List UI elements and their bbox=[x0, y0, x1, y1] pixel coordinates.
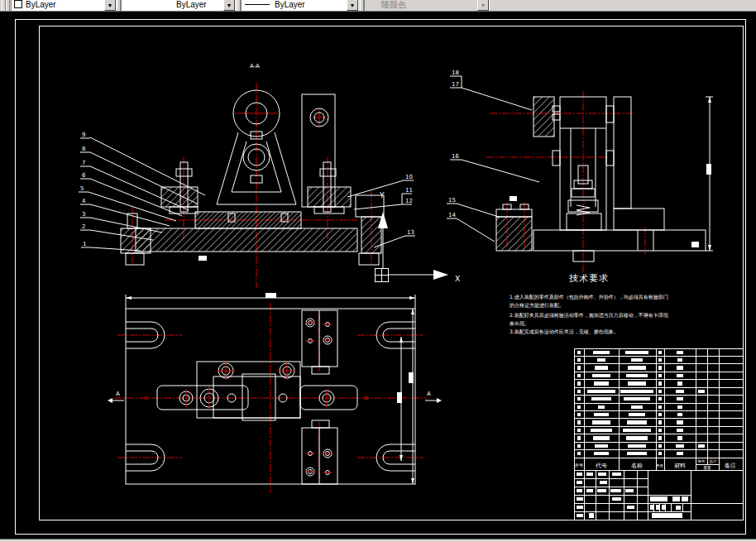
chevron-down-icon[interactable]: ▼ bbox=[223, 0, 235, 11]
section-marker-label: A bbox=[116, 391, 120, 397]
title-block bbox=[574, 470, 743, 520]
linetype-control-dropdown[interactable]: ByLayer ▼ bbox=[121, 0, 236, 12]
tech-requirements-title: 技术要求 bbox=[569, 273, 609, 284]
callout-label: 7 bbox=[82, 160, 85, 166]
callout-label: 3 bbox=[82, 211, 85, 218]
lineweight-line-icon bbox=[245, 4, 270, 5]
lineweight-control-value: ByLayer bbox=[273, 0, 307, 11]
callout-label: 18 bbox=[452, 70, 459, 76]
callout-label: 11 bbox=[405, 187, 413, 194]
plan-view: A A bbox=[108, 293, 442, 493]
callout-label: 15 bbox=[448, 197, 456, 204]
chevron-down-icon[interactable]: ▼ bbox=[104, 0, 116, 11]
callout-label: 10 bbox=[405, 174, 413, 180]
window-bottom-edge bbox=[0, 539, 756, 542]
section-marker-label: A bbox=[427, 391, 431, 397]
tech-line: 1.进入装配的零件及部件（包括外购件、外协件），均必须具有检验部门 bbox=[510, 294, 668, 300]
bom-rows bbox=[574, 351, 743, 456]
toolbar-grip[interactable] bbox=[6, 0, 10, 11]
callout-label: 9 bbox=[82, 132, 85, 138]
tech-line: 的合格证方能进行装配。 bbox=[510, 302, 564, 309]
tech-line: 3.装配完成后各运动件应灵活，无碰、擦伤现象。 bbox=[510, 329, 619, 335]
section-marker-left: A bbox=[108, 391, 124, 403]
drawing-canvas[interactable]: A-A bbox=[0, 12, 756, 539]
bom-table: 序号 代号 名称 数量 材料 单件 总计 重量 备注 bbox=[574, 348, 743, 470]
dimension bbox=[706, 97, 713, 251]
side-callouts: 18 17 16 15 14 bbox=[447, 70, 539, 242]
side-view bbox=[486, 91, 713, 273]
chevron-down-icon[interactable]: ▼ bbox=[347, 0, 358, 11]
callout-label: 13 bbox=[407, 229, 414, 236]
chevron-down-icon[interactable]: ▼ bbox=[477, 0, 489, 11]
color-control-value: ByLayer bbox=[24, 0, 58, 11]
front-view: A-A bbox=[121, 63, 384, 288]
ucs-y-label: Y bbox=[379, 191, 385, 199]
callout-label: 8 bbox=[82, 146, 85, 152]
callout-label: 2 bbox=[82, 223, 85, 230]
tech-requirements: 技术要求 1.进入装配的零件及部件（包括外购件、外协件），均必须具有检验部门 的… bbox=[510, 273, 669, 335]
bom-header-qty: 数量 bbox=[657, 463, 663, 468]
bom-header-name: 名称 bbox=[631, 463, 643, 469]
section-marker-right: A bbox=[425, 391, 442, 403]
drawing-frame bbox=[15, 19, 745, 534]
callout-label: 12 bbox=[405, 198, 413, 204]
callout-label: 16 bbox=[452, 153, 459, 160]
linetype-control-value: ByLayer bbox=[175, 0, 208, 11]
callout-label: 4 bbox=[82, 198, 86, 204]
callout-label: 14 bbox=[448, 212, 456, 218]
bom-header-seq: 序号 bbox=[575, 463, 583, 468]
callout-label: 17 bbox=[452, 81, 459, 88]
bom-header-weight: 重量 bbox=[704, 465, 712, 470]
bom-header-code: 代号 bbox=[595, 463, 607, 469]
tech-line: 2.装配好夹具后必须检验活动零件，施加适当压力后移动，不得有卡滞现 bbox=[510, 312, 669, 319]
cad-window: ByLayer ▼ ByLayer ▼ ByLayer ▼ 随颜色 ▼ bbox=[0, 0, 756, 542]
ucs-icon: Y X bbox=[375, 191, 460, 283]
color-control-dropdown[interactable]: ByLayer ▼ bbox=[11, 0, 117, 12]
lineweight-control-dropdown[interactable]: ByLayer ▼ bbox=[241, 0, 359, 12]
plotstyle-control-value: 随颜色 bbox=[380, 0, 408, 11]
bom-header-remark: 备注 bbox=[725, 462, 736, 469]
callout-label: 1 bbox=[83, 241, 86, 247]
ucs-x-label: X bbox=[455, 275, 460, 283]
properties-toolbar: ByLayer ▼ ByLayer ▼ ByLayer ▼ 随颜色 ▼ bbox=[0, 0, 756, 12]
section-label: A-A bbox=[250, 63, 260, 70]
bom-header-total: 总计 bbox=[709, 459, 718, 463]
color-swatch-icon bbox=[14, 0, 22, 8]
tech-line: 象出现。 bbox=[510, 320, 529, 327]
callout-label: 6 bbox=[82, 172, 86, 179]
bom-header-material: 材料 bbox=[674, 463, 686, 469]
bom-header-unit: 单件 bbox=[698, 459, 706, 463]
callout-label: 5 bbox=[80, 185, 84, 192]
plotstyle-control-dropdown[interactable]: 随颜色 ▼ bbox=[364, 0, 490, 12]
